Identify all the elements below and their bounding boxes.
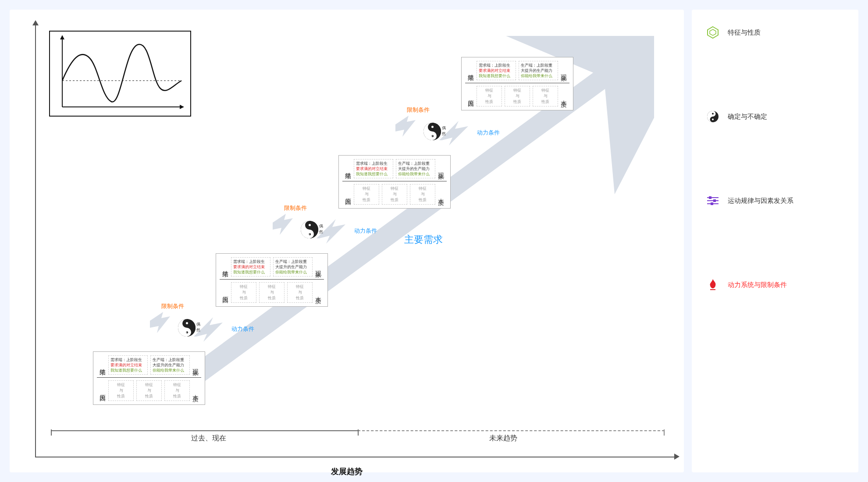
stage-cause-label: 原因 (220, 282, 231, 303)
stage-cause-label: 原因 (342, 184, 354, 205)
stage-cause-cell: 特征与性质 (287, 282, 313, 303)
legend-sidebar: 特征与性质 确定与不确定 运动规律与因素发关系 动力系统与限制条件 (692, 10, 858, 472)
diagram-canvas: 发展趋势 过去、现在 未来趋势 (10, 10, 684, 472)
svg-marker-1 (60, 35, 64, 39)
stage-cause-label: 原因 (465, 86, 477, 106)
limit-condition-label: 限制条件 (161, 302, 184, 310)
timeline-tick (358, 429, 359, 436)
stage-card: 结果 需求端：上阶段生 要求满的对立结束 我知道我想要什么 生产端：上阶段重 大… (93, 351, 205, 405)
stage-cause-cell: 特征与性质 (259, 282, 285, 303)
stage-result-label: 结果 (342, 159, 354, 178)
stage-card: 结果 需求端：上阶段生要求满的对立结束我知道我想要什么 生产端：上阶段重大提升的… (338, 155, 451, 209)
legend-item-motion-law[interactable]: 运动规律与因素发关系 (706, 194, 844, 208)
timeline-tick (664, 429, 665, 436)
svg-rect-22 (711, 202, 713, 205)
stage-cause-cell: 特征与性质 (354, 184, 379, 205)
svg-point-15 (712, 113, 714, 115)
stage-result-label: 结果 (97, 355, 108, 375)
stage-cause-cell: 特征与性质 (477, 86, 502, 106)
stage-phenomenon-label: 现象 (190, 355, 201, 375)
stage-cause-cell: 特征与性质 (108, 380, 134, 401)
stage-connector: 限制条件 动力条件 必然 偶然 (146, 299, 286, 356)
legend-item-certainty[interactable]: 确定与不确定 (706, 110, 844, 124)
stage-phenomenon-label: 现象 (313, 257, 324, 276)
stage-demand-cell: 需求端：上阶段生要求满的对立结束我知道我想要什么 (477, 61, 516, 80)
stage-cause-cell: 特征与性质 (410, 184, 435, 205)
svg-rect-20 (713, 199, 716, 202)
svg-point-16 (712, 119, 714, 120)
stage-connector: 限制条件 动力条件 必然偶然 (391, 103, 531, 159)
legend-item-features[interactable]: 特征与性质 (706, 25, 844, 39)
power-condition-label: 动力条件 (477, 129, 500, 137)
stage-connector: 限制条件 动力条件 必然偶然 (268, 201, 409, 258)
stage-essence-label: 本质 (313, 282, 324, 303)
hexagon-icon (706, 25, 720, 39)
stage-cause-cell: 特征与性质 (382, 184, 407, 205)
x-axis (35, 457, 675, 457)
legend-item-dynamic-system[interactable]: 动力系统与限制条件 (706, 278, 844, 292)
stage-cause-cell: 特征与性质 (164, 380, 190, 401)
stage-supply-cell: 生产端：上阶段重大提升的生产能力你能给我带来什么 (396, 159, 435, 178)
legend-label: 特征与性质 (728, 28, 761, 37)
limit-condition-label: 限制条件 (284, 204, 307, 212)
yinyang-icon: 必然偶然 (423, 123, 441, 140)
svg-rect-23 (710, 289, 715, 290)
svg-marker-10 (395, 116, 416, 137)
stage-cause-label: 原因 (97, 380, 108, 401)
stage-demand-cell: 需求端：上阶段生要求满的对立结束我知道我想要什么 (231, 257, 270, 276)
svg-marker-12 (708, 27, 718, 38)
x-axis-label: 发展趋势 (10, 466, 684, 477)
stage-card: 结果 需求端：上阶段生要求满的对立结束我知道我想要什么 生产端：上阶段重大提升的… (216, 253, 328, 307)
up-arrow-icon (146, 312, 172, 343)
sliders-icon (706, 194, 720, 208)
legend-label: 确定与不确定 (728, 113, 767, 121)
stage-phenomenon-label: 现象 (558, 61, 569, 80)
stage-cause-cell: 特征与性质 (231, 282, 256, 303)
power-condition-label: 动力条件 (354, 227, 377, 235)
legend-label: 运动规律与因素发关系 (728, 197, 793, 205)
stage-cause-cell: 特征与性质 (533, 86, 558, 106)
stage-essence-label: 本质 (190, 380, 201, 401)
stage-result-label: 结果 (465, 61, 477, 80)
up-arrow-icon (268, 214, 295, 245)
power-condition-label: 动力条件 (231, 325, 254, 333)
timeline-bracket: 过去、现在 未来趋势 (51, 430, 665, 442)
y-axis (35, 23, 36, 457)
stage-supply-cell: 生产端：上阶段重大提升的生产能力你能给我带来什么 (273, 257, 313, 276)
stage-card: 结果 需求端：上阶段生要求满的对立结束我知道我想要什么 生产端：上阶段重大提升的… (461, 57, 573, 110)
yinyang-icon (706, 110, 720, 124)
main-demand-label: 主要需求 (404, 233, 443, 246)
yinyang-icon: 必然偶然 (301, 221, 318, 238)
svg-marker-6 (150, 312, 170, 333)
svg-rect-18 (709, 196, 711, 199)
stage-supply-cell: 生产端：上阶段重大提升的生产能力你能给我带来什么 (519, 61, 558, 80)
up-arrow-icon (391, 116, 417, 146)
limit-condition-label: 限制条件 (407, 106, 430, 114)
flame-icon (706, 278, 720, 292)
stage-demand-cell: 需求端：上阶段生 要求满的对立结束 我知道我想要什么 (108, 355, 148, 375)
stage-cause-cell: 特征与性质 (136, 380, 162, 401)
stage-demand-cell: 需求端：上阶段生要求满的对立结束我知道我想要什么 (354, 159, 393, 178)
stage-cause-cell: 特征与性质 (505, 86, 530, 106)
legend-label: 动力系统与限制条件 (728, 281, 787, 289)
x-axis-arrow-icon (674, 454, 679, 460)
y-axis-arrow-icon (32, 20, 39, 25)
stage-result-label: 结果 (220, 257, 231, 276)
stage-essence-label: 本质 (435, 184, 447, 205)
svg-marker-8 (273, 214, 293, 235)
yinyang-icon: 必然 偶然 (178, 319, 196, 337)
svg-marker-13 (710, 29, 716, 35)
page-root: 发展趋势 过去、现在 未来趋势 (0, 0, 868, 482)
stage-phenomenon-label: 现象 (435, 159, 447, 178)
timeline-label-past: 过去、现在 (191, 434, 226, 443)
stage-essence-label: 本质 (558, 86, 569, 106)
stage-supply-cell: 生产端：上阶段重 大提升的生产能力 你能给我带来什么 (150, 355, 190, 375)
timeline-tick (51, 429, 52, 436)
timeline-label-future: 未来趋势 (489, 434, 517, 443)
